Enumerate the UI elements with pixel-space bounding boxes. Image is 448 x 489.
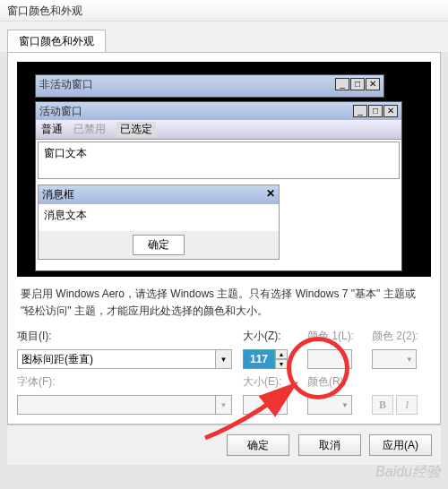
menu-selected: 已选定 xyxy=(116,122,156,137)
size-value[interactable] xyxy=(243,349,275,369)
close-icon: ✕ xyxy=(266,187,275,202)
msgbox-text: 消息文本 xyxy=(39,204,279,231)
cancel-button[interactable]: 取消 xyxy=(298,434,361,456)
spin-up-icon[interactable]: ▲ xyxy=(275,349,288,359)
preview-area: 非活动窗口 _ □ ✕ 活动窗口 _ □ ✕ 普通 已禁用 已选定 xyxy=(17,62,431,277)
close-icon: ✕ xyxy=(366,78,380,90)
inactive-window-title: 非活动窗口 xyxy=(39,77,93,92)
color2-label: 颜色 2(2): xyxy=(372,329,426,344)
italic-button: I xyxy=(396,395,418,415)
menu-normal: 普通 xyxy=(41,122,63,137)
maximize-icon: □ xyxy=(350,78,365,90)
dialog-footer: 确定 取消 应用(A) xyxy=(7,425,441,465)
maximize-icon: □ xyxy=(368,105,383,117)
menu-disabled: 已禁用 xyxy=(73,122,106,137)
active-window: 活动窗口 _ □ ✕ 普通 已禁用 已选定 窗口文本 消息框 ✕ 消息文本 xyxy=(35,101,402,271)
chevron-down-icon[interactable]: ▼ xyxy=(216,349,232,369)
color1-combo: ▼ xyxy=(307,349,352,369)
tab-strip: 窗口颜色和外观 xyxy=(0,21,448,52)
msgbox-title: 消息框 xyxy=(42,187,74,202)
font-value xyxy=(17,395,216,415)
spin-down-icon[interactable]: ▼ xyxy=(275,359,288,369)
active-window-title: 活动窗口 xyxy=(39,104,82,119)
font-label: 字体(F): xyxy=(17,374,232,390)
size-label: 大小(Z): xyxy=(243,329,297,344)
minimize-icon: _ xyxy=(353,105,367,117)
window-title: 窗口颜色和外观 xyxy=(7,4,82,17)
menu-bar: 普通 已禁用 已选定 xyxy=(36,120,401,140)
watermark: Baidu经验 xyxy=(375,463,441,482)
item-value[interactable] xyxy=(17,349,216,369)
color2-combo: ▼ xyxy=(372,349,417,369)
settings-form: 项目(I): 大小(Z): 颜色 1(L): 颜色 2(2): ▼ ▲ ▼ ▼ … xyxy=(17,329,431,415)
aero-note: 要启用 Windows Aero，请选择 Windows 主题。只有选择 Win… xyxy=(17,277,431,329)
close-icon: ✕ xyxy=(383,105,398,117)
msgbox-ok-button: 确定 xyxy=(133,235,185,255)
window-text-area: 窗口文本 xyxy=(38,142,400,179)
fontsize-label: 大小(E): xyxy=(243,374,297,390)
color1-label: 颜色 1(L): xyxy=(307,329,361,344)
main-panel: 非活动窗口 _ □ ✕ 活动窗口 _ □ ✕ 普通 已禁用 已选定 xyxy=(7,52,441,425)
fontcolor-combo: ▼ xyxy=(307,395,352,415)
message-box: 消息框 ✕ 消息文本 确定 xyxy=(38,184,280,260)
size-spinner[interactable]: ▲ ▼ xyxy=(243,349,297,369)
bold-button: B xyxy=(372,395,393,415)
item-combo[interactable]: ▼ xyxy=(17,349,232,369)
inactive-window: 非活动窗口 _ □ ✕ xyxy=(35,74,384,98)
chevron-down-icon: ▼ xyxy=(216,395,232,415)
fontsize-combo: ▼ xyxy=(243,395,288,415)
ok-button[interactable]: 确定 xyxy=(227,434,289,456)
fontcolor-label: 颜色(R): xyxy=(307,374,361,390)
font-combo: ▼ xyxy=(17,395,232,415)
window-title-bar: 窗口颜色和外观 xyxy=(0,0,448,21)
item-label: 项目(I): xyxy=(17,329,232,344)
apply-button[interactable]: 应用(A) xyxy=(369,434,432,456)
tab-appearance[interactable]: 窗口颜色和外观 xyxy=(7,30,106,53)
minimize-icon: _ xyxy=(335,78,349,90)
